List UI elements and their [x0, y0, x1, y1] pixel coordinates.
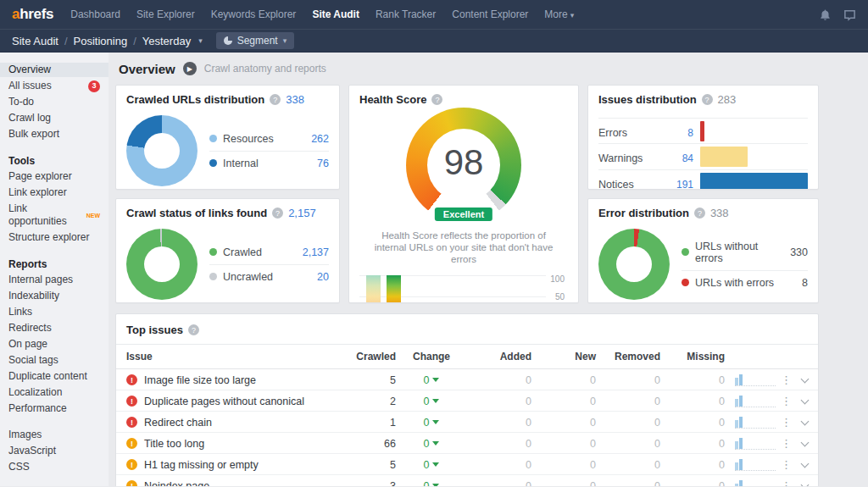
trend-sparkline [735, 458, 776, 471]
nav-dashboard[interactable]: Dashboard [70, 8, 120, 20]
page-title: Overview [119, 62, 175, 76]
change-indicator: 0 [424, 480, 440, 487]
trend-down-icon [432, 420, 439, 428]
sidebar-item-link-explorer[interactable]: Link explorer [0, 185, 108, 200]
sidebar-item-localization[interactable]: Localization [0, 385, 108, 400]
expand-chevron-icon[interactable] [801, 417, 810, 425]
expand-chevron-icon[interactable] [801, 396, 810, 404]
sidebar-item-page-explorer[interactable]: Page explorer [0, 169, 108, 184]
nav-rank-tracker[interactable]: Rank Tracker [376, 8, 436, 20]
kebab-menu-icon[interactable]: ⋮ [781, 374, 792, 386]
crawl-anatomy-play-icon[interactable]: ▶ [183, 62, 197, 75]
links-total-link[interactable]: 2,157 [288, 207, 316, 219]
nav-site-explorer[interactable]: Site Explorer [136, 8, 195, 20]
sidebar-item-crawl-log[interactable]: Crawl log [0, 111, 108, 125]
sidebar-item-bulk-export[interactable]: Bulk export [0, 127, 108, 141]
issue-link[interactable]: !H1 tag missing or empty [126, 459, 348, 471]
sidebar-item-to-do[interactable]: To-do [0, 95, 108, 109]
severity-icon: ! [126, 480, 137, 486]
kebab-menu-icon[interactable]: ⋮ [781, 416, 792, 429]
trend-sparkline [735, 479, 776, 486]
trend-sparkline [735, 395, 776, 407]
sidebar-item-redirects[interactable]: Redirects [0, 321, 108, 335]
health-score-gauge: 98 Excellent [406, 108, 521, 223]
sidebar-item-overview[interactable]: Overview [0, 63, 108, 77]
uncrawled-count-link[interactable]: 20 [317, 271, 329, 283]
sidebar-item-duplicate-content[interactable]: Duplicate content [0, 369, 108, 384]
sidebar-item-performance[interactable]: Performance [0, 401, 108, 416]
sidebar-item-all-issues[interactable]: All issues3 [0, 79, 108, 93]
expand-chevron-icon[interactable] [801, 480, 810, 486]
nav-keywords-explorer[interactable]: Keywords Explorer [211, 8, 297, 20]
error-dist-total: 338 [710, 207, 729, 219]
issue-link[interactable]: !Redirect chain [126, 417, 348, 429]
help-icon[interactable]: ? [272, 208, 283, 219]
kebab-menu-icon[interactable]: ⋮ [781, 458, 792, 471]
help-icon[interactable]: ? [270, 94, 281, 105]
breadcrumb-crawl-date[interactable]: Yesterday [142, 35, 191, 47]
breadcrumb: Site Audit / Positioning / Yesterday ▾ [12, 35, 203, 47]
resources-count-link[interactable]: 262 [311, 133, 329, 145]
help-icon[interactable]: ? [188, 324, 199, 335]
warnings-count-link[interactable]: 84 [658, 152, 693, 164]
issue-link[interactable]: !Noindex page [126, 480, 348, 487]
sidebar-item-javascript[interactable]: JavaScript [0, 444, 108, 458]
segment-button[interactable]: Segment ▾ [216, 32, 295, 49]
expand-chevron-icon[interactable] [801, 374, 810, 383]
kebab-menu-icon[interactable]: ⋮ [781, 479, 792, 486]
sidebar-item-images[interactable]: Images [0, 428, 108, 442]
issue-link[interactable]: !Title too long [126, 438, 348, 450]
expand-chevron-icon[interactable] [801, 459, 810, 468]
history-bar[interactable] [387, 275, 401, 303]
severity-icon: ! [126, 459, 137, 470]
health-score-badge: Excellent [435, 208, 492, 221]
legend-row-urls-with-errors: URLs with errors 8 [682, 271, 808, 295]
help-icon[interactable]: ? [431, 94, 442, 105]
sidebar-item-link-opportunities[interactable]: Link opportunitiesNEW [0, 202, 108, 229]
issues-total: 283 [718, 93, 737, 106]
notices-count-link[interactable]: 191 [658, 179, 693, 191]
table-row: !H1 tag missing or empty 5 0 0 0 0 0 ⋮ [116, 454, 818, 475]
sidebar-section-reports: Reports [0, 246, 108, 273]
help-icon[interactable]: ? [702, 94, 713, 105]
crawled-count-link[interactable]: 2,137 [303, 246, 329, 258]
nav-content-explorer[interactable]: Content Explorer [452, 8, 528, 20]
chat-support-icon[interactable] [843, 8, 856, 21]
issue-link[interactable]: !Image file size too large [126, 374, 348, 386]
sidebar-item-css[interactable]: CSS [0, 460, 108, 474]
warnings-bar [700, 147, 748, 167]
sidebar-section-tools: Tools [0, 143, 108, 169]
kebab-menu-icon[interactable]: ⋮ [781, 437, 792, 450]
card-title: Issues distribution [598, 93, 697, 106]
sidebar-item-indexability[interactable]: Indexability [0, 289, 108, 303]
card-title: Crawled URLs distribution [126, 93, 264, 106]
sidebar-item-internal-pages[interactable]: Internal pages [0, 273, 108, 287]
legend-row-urls-without-errors: URLs without errors 330 [682, 235, 808, 271]
sidebar-item-social-tags[interactable]: Social tags [0, 353, 108, 368]
nav-more[interactable]: More▾ [544, 8, 574, 20]
top-issues-card: Top issues ? Issue Crawled Change Added … [115, 313, 819, 486]
nav-site-audit[interactable]: Site Audit [312, 8, 359, 20]
errors-count-link[interactable]: 8 [658, 127, 693, 139]
notices-bar [700, 173, 808, 190]
expand-chevron-icon[interactable] [801, 438, 810, 446]
chevron-down-icon: ▾ [283, 36, 287, 45]
sidebar-item-on-page[interactable]: On page [0, 337, 108, 351]
sidebar-item-links[interactable]: Links [0, 305, 108, 319]
internal-count-link[interactable]: 76 [317, 158, 329, 169]
trend-sparkline [735, 437, 776, 450]
history-bar[interactable] [366, 275, 381, 303]
segment-pie-icon [224, 36, 232, 45]
issue-link[interactable]: !Duplicate pages without canonical [126, 396, 348, 407]
help-icon[interactable]: ? [694, 208, 705, 219]
notifications-bell-icon[interactable] [819, 8, 832, 21]
ahrefs-logo[interactable]: ahrefs [12, 6, 53, 23]
crawled-urls-total-link[interactable]: 338 [286, 93, 304, 106]
sidebar-item-structure-explorer[interactable]: Structure explorer [0, 230, 108, 245]
legend-dot [209, 135, 217, 142]
severity-icon: ! [126, 374, 137, 385]
breadcrumb-site-audit[interactable]: Site Audit [12, 35, 58, 47]
breadcrumb-project[interactable]: Positioning [74, 35, 128, 47]
kebab-menu-icon[interactable]: ⋮ [781, 395, 792, 407]
page-subtitle: Crawl anatomy and reports [204, 63, 326, 75]
